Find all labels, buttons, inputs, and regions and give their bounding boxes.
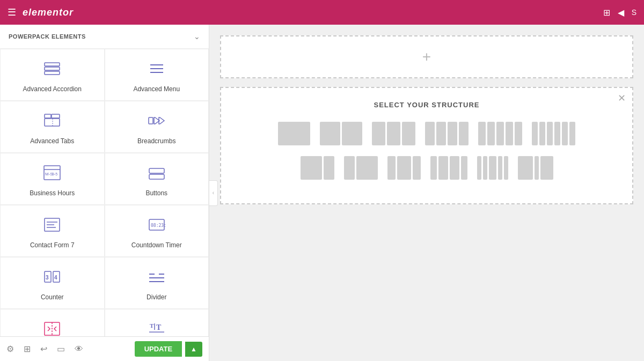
add-section-box[interactable]: + (220, 35, 633, 78)
grid-icon[interactable]: ⊞ (603, 8, 610, 18)
widget-label: Contact Form 7 (30, 241, 75, 249)
svg-text:08:23:45: 08:23:45 (151, 223, 166, 228)
structure-row-1 (232, 120, 621, 148)
structure-4col[interactable] (423, 120, 471, 148)
header-left: ☰ elementor (8, 6, 74, 18)
structure-asym-4[interactable] (428, 154, 470, 182)
widget-label: Buttons (145, 189, 167, 197)
counter-icon: 3 4 (42, 267, 62, 289)
top-header: ☰ elementor ⊞ ◀ S (0, 0, 644, 25)
history-icon[interactable]: ↩ (40, 344, 47, 354)
svg-text:3: 3 (46, 275, 49, 281)
sidebar: POWERPACK ELEMENTS ⌄ Advanced Accordion (0, 25, 209, 361)
svg-rect-16 (149, 174, 164, 179)
structure-2-1-thirds[interactable] (298, 154, 336, 182)
structure-close-icon[interactable]: ✕ (618, 93, 626, 103)
svg-rect-0 (45, 63, 60, 66)
svg-text:T: T (150, 322, 154, 329)
widget-label: Advanced Tabs (30, 137, 74, 145)
add-section-plus-icon: + (422, 48, 431, 65)
widget-item-business-hours[interactable]: M-S 9-5 Business Hours (0, 153, 105, 205)
widget-grid: Advanced Accordion Advanced Menu (0, 49, 209, 336)
widget-label: Counter (41, 293, 64, 301)
flip-box-icon (42, 319, 62, 336)
divider-icon (147, 267, 166, 289)
sidebar-toolbar: ⚙ ⊞ ↩ ▭ 👁 UPDATE ▲ (0, 336, 209, 361)
svg-rect-6 (45, 114, 51, 118)
canvas-inner: + ✕ SELECT YOUR STRUCTURE (209, 25, 644, 361)
structure-asym-6[interactable] (516, 154, 555, 182)
advanced-tabs-icon (42, 111, 62, 133)
svg-rect-10 (149, 117, 153, 124)
structure-5col[interactable] (476, 120, 524, 148)
widget-label: Countdown Timer (131, 241, 182, 249)
business-hours-icon: M-S 9-5 (42, 163, 62, 185)
main-layout: POWERPACK ELEMENTS ⌄ Advanced Accordion (0, 25, 644, 361)
widget-item-divider[interactable]: Divider (105, 257, 209, 309)
svg-rect-15 (149, 168, 164, 173)
structure-title: SELECT YOUR STRUCTURE (232, 101, 621, 109)
settings-icon[interactable]: ⚙ (6, 344, 14, 354)
update-button[interactable]: UPDATE (135, 341, 182, 357)
structure-3col[interactable] (370, 120, 418, 148)
structure-2col[interactable] (318, 120, 364, 148)
svg-text:9-5: 9-5 (52, 172, 57, 176)
structure-asym-3[interactable] (385, 154, 423, 182)
contact-form-7-icon (42, 215, 62, 237)
canvas-area: ‹ + ✕ SELECT YOUR STRUCTURE (209, 25, 644, 361)
svg-text:T: T (156, 323, 162, 331)
svg-rect-1 (45, 67, 60, 70)
header-right: ⊞ ◀ S (603, 8, 636, 18)
widget-item-contact-form-7[interactable]: Contact Form 7 (0, 205, 105, 257)
svg-rect-7 (52, 114, 60, 118)
widget-item-counter[interactable]: 3 4 Counter (0, 257, 105, 309)
update-arrow-button[interactable]: ▲ (185, 342, 202, 357)
widget-item-advanced-accordion[interactable]: Advanced Accordion (0, 49, 105, 101)
structure-asym-5[interactable] (475, 154, 510, 182)
widget-item-buttons[interactable]: Buttons (105, 153, 209, 205)
countdown-timer-icon: 08:23:45 (147, 215, 166, 237)
sidebar-chevron-icon[interactable]: ⌄ (194, 32, 200, 41)
hamburger-icon[interactable]: ☰ (8, 6, 16, 18)
svg-text:4: 4 (54, 275, 57, 281)
sidebar-section-title: POWERPACK ELEMENTS (9, 33, 86, 40)
breadcrumbs-icon (147, 111, 166, 133)
app-logo: elementor (23, 7, 74, 18)
collapse-icon: ‹ (213, 190, 214, 196)
widget-item-advanced-menu[interactable]: Advanced Menu (105, 49, 209, 101)
widget-item-flip-box[interactable]: Flip Box (0, 309, 105, 336)
structure-row-2 (232, 154, 621, 182)
share-icon[interactable]: ◀ (618, 8, 624, 18)
advanced-menu-icon (147, 59, 166, 81)
buttons-icon (147, 163, 166, 185)
widget-label: Advanced Menu (133, 85, 180, 93)
widget-label: Advanced Accordion (23, 85, 82, 93)
widget-label: Business Hours (30, 189, 75, 197)
toolbar-left: ⚙ ⊞ ↩ ▭ 👁 (6, 344, 83, 354)
layers-icon[interactable]: ⊞ (24, 344, 31, 354)
widget-item-advanced-tabs[interactable]: Advanced Tabs (0, 101, 105, 153)
svg-rect-2 (45, 71, 60, 75)
preview-icon[interactable]: 👁 (75, 344, 83, 354)
sidebar-header: POWERPACK ELEMENTS ⌄ (0, 25, 209, 49)
more-label[interactable]: S (632, 8, 636, 17)
dual-heading-icon: T T (147, 319, 166, 336)
svg-rect-8 (45, 119, 60, 126)
widget-item-dual-heading[interactable]: T T Dual Heading (105, 309, 209, 336)
structure-selector: ✕ SELECT YOUR STRUCTURE (220, 87, 633, 204)
widget-item-countdown-timer[interactable]: 08:23:45 Countdown Timer (105, 205, 209, 257)
toolbar-right: UPDATE ▲ (135, 341, 202, 357)
widget-item-breadcrumbs[interactable]: Breadcrumbs (105, 101, 209, 153)
structure-6col[interactable] (530, 120, 577, 148)
responsive-icon[interactable]: ▭ (57, 344, 65, 354)
structure-1col[interactable] (276, 120, 312, 148)
advanced-accordion-icon (42, 59, 62, 81)
widget-label: Divider (147, 293, 166, 301)
collapse-handle[interactable]: ‹ (209, 180, 218, 206)
structure-1-2-thirds[interactable] (342, 154, 380, 182)
widget-label: Breadcrumbs (137, 137, 175, 145)
